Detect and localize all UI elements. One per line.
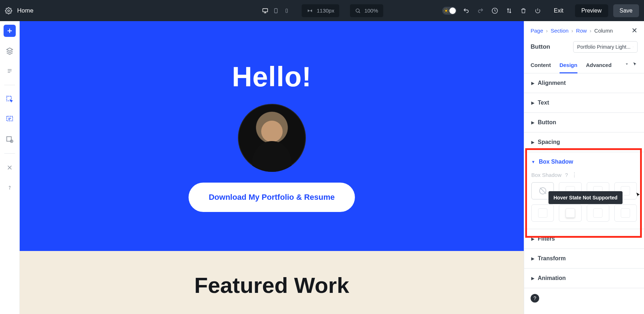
phone-icon[interactable] xyxy=(282,6,291,15)
desktop-icon[interactable] xyxy=(261,6,269,15)
shadow-opt-3[interactable] xyxy=(587,182,609,199)
home-link[interactable]: Home xyxy=(17,7,33,14)
top-bar: Home 1130px 100% Exit Preview Save xyxy=(0,0,644,21)
acc-spacing[interactable]: ▶Spacing xyxy=(524,132,644,152)
crumb-column[interactable]: Column xyxy=(594,28,613,34)
acc-text[interactable]: ▶Text xyxy=(524,93,644,112)
svg-point-0 xyxy=(8,10,10,11)
acc-filters[interactable]: ▶Filters xyxy=(524,229,644,248)
more-icon[interactable]: ⋮ xyxy=(572,172,577,178)
template-icon[interactable] xyxy=(4,113,16,125)
breadcrumb: Page› Section› Row› Column ✕ xyxy=(524,21,644,40)
svg-rect-2 xyxy=(274,9,277,13)
canvas-width-value: 1130px xyxy=(317,8,334,14)
power-icon[interactable] xyxy=(533,6,542,15)
shadow-opt-6[interactable] xyxy=(559,204,581,222)
crumb-page[interactable]: Page xyxy=(531,28,543,34)
shadow-opt-7[interactable] xyxy=(587,204,609,222)
element-type: Button xyxy=(531,43,550,50)
close-icon[interactable]: ✕ xyxy=(631,26,638,35)
zoom-value: 100% xyxy=(364,8,378,14)
settings-panel: Page› Section› Row› Column ✕ Button Port… xyxy=(524,21,644,314)
save-layout-icon[interactable] xyxy=(4,133,16,145)
featured-section[interactable]: Featured Work xyxy=(20,251,524,314)
shadow-options xyxy=(531,182,637,222)
hero-title: Hello! xyxy=(232,61,312,93)
acc-animation[interactable]: ▶Animation xyxy=(524,269,644,288)
layers-icon[interactable] xyxy=(4,45,16,57)
tab-design[interactable]: Design xyxy=(560,58,577,73)
shadow-opt-4[interactable] xyxy=(614,182,637,199)
tab-content[interactable]: Content xyxy=(531,58,551,73)
help-icon[interactable] xyxy=(4,182,16,194)
featured-title: Featured Work xyxy=(20,272,524,298)
svg-rect-1 xyxy=(263,9,268,12)
box-shadow-label: Box Shadow ? ⋮ xyxy=(531,172,637,178)
crumb-section[interactable]: Section xyxy=(551,28,569,34)
list-icon[interactable] xyxy=(4,65,16,77)
sort-icon[interactable] xyxy=(504,6,514,15)
help-question-icon[interactable]: ? xyxy=(565,172,568,178)
tab-advanced[interactable]: Advanced xyxy=(586,58,612,73)
avatar xyxy=(238,104,306,172)
acc-alignment[interactable]: ▶Alignment xyxy=(524,73,644,93)
svg-point-11 xyxy=(9,189,10,189)
add-button[interactable] xyxy=(4,25,16,37)
shadow-none[interactable] xyxy=(531,182,554,199)
shadow-opt-8[interactable] xyxy=(614,204,637,222)
save-button[interactable]: Save xyxy=(613,4,639,17)
undo-icon[interactable] xyxy=(462,6,471,15)
tablet-icon[interactable] xyxy=(272,6,280,15)
cursor-icon[interactable] xyxy=(633,62,638,67)
svg-rect-8 xyxy=(7,116,13,121)
shadow-opt-2[interactable] xyxy=(559,182,581,199)
theme-toggle[interactable] xyxy=(442,7,457,15)
svg-rect-3 xyxy=(286,9,288,13)
tools-icon[interactable] xyxy=(4,161,16,174)
chevron-down-icon[interactable] xyxy=(625,62,629,66)
redo-icon[interactable] xyxy=(476,6,485,15)
left-rail xyxy=(0,21,20,314)
cta-button[interactable]: Download My Portfolio & Resume xyxy=(189,183,355,212)
shadow-opt-5[interactable] xyxy=(531,204,554,222)
hero-section[interactable]: Hello! Download My Portfolio & Resume xyxy=(20,21,524,251)
gear-icon[interactable] xyxy=(5,7,12,14)
click-module-icon[interactable] xyxy=(4,93,16,105)
exit-button[interactable]: Exit xyxy=(547,4,570,17)
help-dot-icon[interactable]: ? xyxy=(531,294,539,303)
preset-label: Portfolio Primary Light... xyxy=(577,44,630,50)
cursor-icon xyxy=(635,192,641,198)
zoom-input[interactable]: 100% xyxy=(350,4,383,17)
history-icon[interactable] xyxy=(490,6,499,15)
preview-button[interactable]: Preview xyxy=(575,4,608,17)
crumb-row[interactable]: Row xyxy=(576,28,587,34)
canvas-width-input[interactable]: 1130px xyxy=(302,4,339,17)
trash-icon[interactable] xyxy=(519,6,528,15)
acc-transform[interactable]: ▶Transform xyxy=(524,249,644,268)
acc-button[interactable]: ▶Button xyxy=(524,113,644,132)
acc-box-shadow[interactable]: ▼Box Shadow xyxy=(524,152,644,172)
preset-select[interactable]: Portfolio Primary Light... xyxy=(573,41,638,53)
device-group xyxy=(261,6,291,15)
canvas[interactable]: Hello! Download My Portfolio & Resume Fe… xyxy=(20,21,524,314)
svg-point-5 xyxy=(445,10,447,11)
svg-point-4 xyxy=(356,9,359,12)
